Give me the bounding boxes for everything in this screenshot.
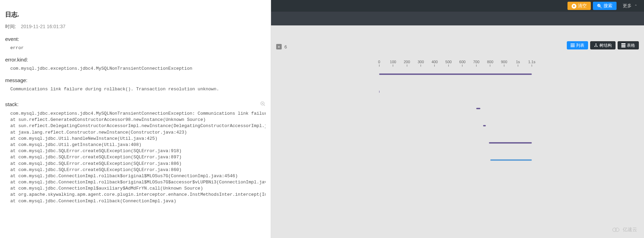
status-row: ≡ 6 列表 树结构 表格 (271, 25, 644, 53)
count-icon: ≡ (276, 44, 282, 49)
time-axis: 01002003004005006007008009001s1.1s (379, 60, 639, 70)
svg-rect-6 (571, 46, 575, 47)
tree-icon (594, 43, 598, 47)
clear-label: 清空 (578, 3, 587, 9)
view-list-button[interactable]: 列表 (567, 41, 588, 49)
watermark-text: 亿速云 (623, 227, 637, 233)
error-kind-label: error.kind: (5, 57, 266, 63)
secondary-bar (271, 12, 644, 25)
view-list-label: 列表 (576, 43, 584, 48)
axis-tick: 300 (418, 60, 424, 67)
list-icon (571, 43, 575, 47)
axis-tick: 400 (432, 60, 438, 67)
event-value: error (5, 45, 266, 50)
log-title: 日志. (5, 10, 266, 19)
trace-span-bar[interactable] (489, 142, 532, 144)
axis-tick: 1.1s (528, 60, 536, 67)
watermark-logo-icon (612, 227, 621, 232)
axis-tick: 500 (445, 60, 452, 67)
log-detail-panel: 日志. 时间: 2019-11-21 16:01:37 event: error… (0, 0, 271, 238)
stack-value: com.mysql.jdbc.exceptions.jdbc4.MySQLNon… (5, 111, 266, 204)
view-mode-group: 列表 树结构 表格 (567, 41, 639, 49)
trace-chart: 01002003004005006007008009001s1.1s (271, 53, 644, 201)
axis-tick: 800 (487, 60, 493, 67)
top-toolbar: 清空 搜索 更多 (271, 0, 644, 12)
axis-tick: 900 (501, 60, 507, 67)
svg-line-1 (264, 105, 265, 106)
axis-tick: 0 (378, 60, 380, 67)
time-label: 时间: (5, 24, 16, 29)
message-label: message: (5, 77, 266, 83)
more-label: 更多 (623, 3, 632, 9)
table-icon (621, 43, 625, 47)
svg-rect-12 (621, 46, 625, 47)
trace-span-bar[interactable] (379, 73, 532, 75)
svg-rect-10 (621, 43, 625, 44)
log-time-row: 时间: 2019-11-21 16:01:37 (5, 24, 266, 30)
clear-button[interactable]: 清空 (567, 2, 591, 10)
svg-rect-4 (571, 44, 575, 44)
event-label: event: (5, 36, 266, 42)
axis-tick: 200 (404, 60, 410, 67)
trace-span-bar[interactable] (476, 108, 480, 109)
more-button[interactable]: 更多 (619, 2, 641, 10)
axis-tick: 700 (473, 60, 479, 67)
watermark: 亿速云 (612, 227, 637, 233)
trace-span-bar[interactable] (379, 91, 379, 93)
zoom-in-icon[interactable] (260, 101, 266, 108)
search-button[interactable]: 搜索 (593, 2, 617, 10)
axis-tick: 600 (459, 60, 466, 67)
axis-tick: 1s (516, 60, 520, 67)
search-icon (597, 3, 602, 9)
view-tree-label: 树结构 (599, 43, 612, 48)
clear-icon (572, 3, 576, 9)
svg-rect-11 (621, 45, 625, 46)
view-tree-button[interactable]: 树结构 (590, 41, 616, 49)
trace-panel: 清空 搜索 更多 ≡ 6 列表 树结构 (271, 0, 644, 238)
view-table-button[interactable]: 表格 (618, 41, 639, 49)
search-label: 搜索 (604, 3, 612, 9)
stack-label: stack: (5, 101, 19, 107)
svg-rect-5 (571, 45, 575, 46)
axis-tick: 100 (390, 60, 396, 67)
time-value: 2019-11-21 16:01:37 (21, 24, 66, 29)
trace-span-bar[interactable] (490, 159, 532, 161)
trace-bars-container (379, 73, 639, 194)
view-table-label: 表格 (627, 43, 635, 48)
message-value: Communications link failure during rollb… (5, 87, 266, 92)
trace-span-bar[interactable] (483, 125, 486, 126)
span-count: 6 (284, 44, 287, 49)
error-kind-value: com.mysql.jdbc.exceptions.jdbc4.MySQLNon… (5, 66, 266, 71)
